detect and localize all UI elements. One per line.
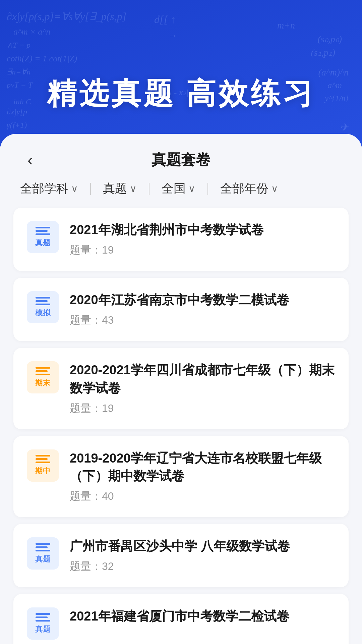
chevron-down-icon: ∨ (130, 183, 137, 194)
list-item[interactable]: 期中 2019-2020学年辽宁省大连市名校联盟七年级（下）期中数学试卷 题量：… (13, 436, 349, 517)
chevron-down-icon: ∨ (71, 183, 78, 194)
item-count: 题量：43 (70, 313, 335, 328)
chevron-down-icon: ∨ (271, 183, 278, 194)
filter-type-label: 真题 (103, 180, 127, 197)
badge-zhenti: 真题 (27, 221, 59, 253)
filter-subject[interactable]: 全部学科 ∨ (20, 180, 78, 197)
filter-subject-label: 全部学科 (20, 180, 68, 197)
filter-bar: 全部学科 ∨ 真题 ∨ 全国 ∨ 全部年份 ∨ (0, 180, 362, 197)
list-item[interactable]: 模拟 2020年江苏省南京市中考数学二模试卷 题量：43 (13, 278, 349, 341)
item-count: 题量：19 (70, 243, 335, 258)
badge-qizhong: 期中 (27, 449, 59, 482)
filter-year[interactable]: 全部年份 ∨ (220, 180, 278, 197)
badge-label: 真题 (35, 238, 51, 248)
item-count: 题量：40 (70, 489, 335, 504)
badge-moni: 模拟 (27, 291, 59, 323)
page-title: 真题套卷 (20, 150, 342, 170)
main-card: ‹ 真题套卷 全部学科 ∨ 真题 ∨ 全国 ∨ 全部年份 ∨ (0, 134, 362, 644)
badge-zhenti: 真题 (27, 607, 59, 640)
card-header: ‹ 真题套卷 (0, 134, 362, 180)
item-content: 2020-2021学年四川省成都市七年级（下）期末数学试卷 题量：19 (70, 361, 335, 416)
list-item[interactable]: 真题 广州市番禺区沙头中学 八年级数学试卷 题量：32 (13, 524, 349, 587)
item-content: 广州市番禺区沙头中学 八年级数学试卷 题量：32 (70, 537, 335, 574)
back-button[interactable]: ‹ (20, 150, 40, 170)
item-count: 题量：19 (70, 401, 335, 416)
filter-divider-1 (90, 183, 91, 195)
filter-year-label: 全部年份 (220, 180, 268, 197)
item-title: 2020-2021学年四川省成都市七年级（下）期末数学试卷 (70, 361, 335, 397)
badge-label: 模拟 (35, 308, 51, 318)
exam-list: 真题 2021年湖北省荆州市中考数学试卷 题量：19 模拟 2020年江苏省南京… (0, 208, 362, 644)
hero-title: 精选真题 高效练习 (0, 0, 362, 134)
chevron-down-icon: ∨ (188, 183, 195, 194)
badge-zhenti: 真题 (27, 537, 59, 570)
item-title: 2020年江苏省南京市中考数学二模试卷 (70, 291, 335, 309)
filter-divider-3 (207, 183, 208, 195)
filter-type[interactable]: 真题 ∨ (103, 180, 137, 197)
item-content: 2021年湖北省荆州市中考数学试卷 题量：19 (70, 221, 335, 258)
item-content: 2020年江苏省南京市中考数学二模试卷 题量：43 (70, 291, 335, 328)
badge-label: 期末 (35, 378, 51, 388)
list-item[interactable]: 真题 2021年湖北省荆州市中考数学试卷 题量：19 (13, 208, 349, 271)
item-title: 2019-2020学年辽宁省大连市名校联盟七年级（下）期中数学试卷 (70, 449, 335, 485)
filter-divider-2 (149, 183, 149, 195)
list-item[interactable]: 期末 2020-2021学年四川省成都市七年级（下）期末数学试卷 题量：19 (13, 348, 349, 429)
badge-qimo: 期末 (27, 361, 59, 393)
filter-region[interactable]: 全国 ∨ (162, 180, 195, 197)
badge-label: 期中 (35, 466, 51, 476)
badge-label: 真题 (35, 624, 51, 634)
item-title: 2021年福建省厦门市中考数学二检试卷 (70, 607, 335, 625)
item-count: 题量：32 (70, 559, 335, 574)
list-item[interactable]: 真题 2021年福建省厦门市中考数学二检试卷 (13, 594, 349, 644)
badge-label: 真题 (35, 554, 51, 564)
item-title: 2021年湖北省荆州市中考数学试卷 (70, 221, 335, 239)
item-title: 广州市番禺区沙头中学 八年级数学试卷 (70, 537, 335, 555)
item-content: 2021年福建省厦门市中考数学二检试卷 (70, 607, 335, 629)
filter-region-label: 全国 (162, 180, 186, 197)
item-content: 2019-2020学年辽宁省大连市名校联盟七年级（下）期中数学试卷 题量：40 (70, 449, 335, 504)
